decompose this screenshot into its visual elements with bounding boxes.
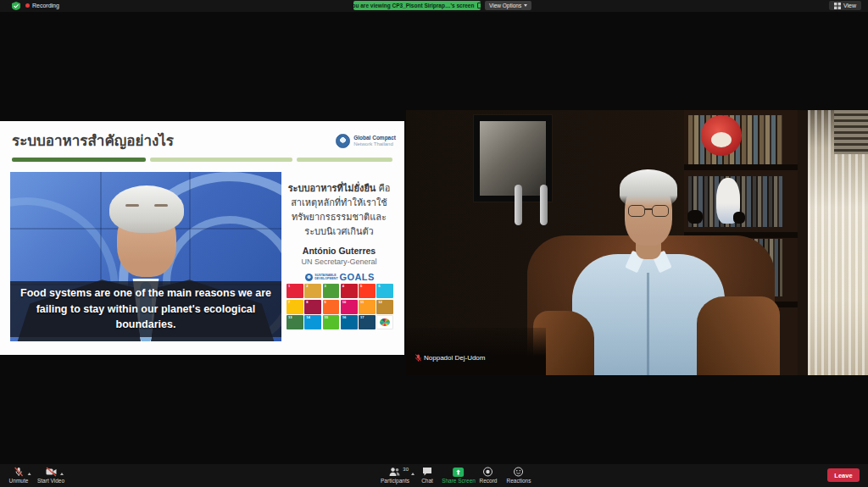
chevron-up-icon[interactable] (411, 473, 415, 475)
logo-name: Global Compact (353, 135, 396, 141)
speaker-glasses (627, 205, 670, 219)
participant-name-tag: Noppadol Dej-Udom (412, 352, 490, 363)
sdg-header: SUSTAINABLE DEVELOPMENT GOALS (287, 272, 393, 282)
participants-count: 30 (403, 467, 409, 472)
global-compact-logo: Global Compact Network Thailand (336, 134, 396, 148)
thai-quote: ระบบอาหารที่ไม่ยั่งยืน คือ สาเหตุหลักที่… (283, 181, 395, 239)
sdg-tile (376, 315, 393, 329)
chair-armrest-right (697, 296, 780, 375)
sdg-tile: 15 (323, 315, 340, 329)
viewing-screen-text: You are viewing CP3_Pisont Siriprap…'s s… (353, 3, 474, 8)
share-screen-icon (453, 468, 465, 477)
encryption-shield-icon[interactable] (12, 2, 20, 10)
shared-screen-slide: ระบบอาหารสำคัญอย่างไร Global Compact Net… (0, 121, 404, 355)
sdg-tile: 4 (341, 284, 358, 298)
unmute-label: Unmute (9, 478, 29, 484)
share-screen-label: Share Screen (442, 478, 476, 484)
sdg-tile: 2 (304, 284, 321, 298)
view-label: View (843, 3, 856, 8)
window-frame (798, 110, 808, 375)
reactions-button[interactable]: Reactions (507, 467, 531, 484)
shirt-placket (647, 273, 649, 375)
guterres-hair (109, 185, 184, 233)
speaker-hair (620, 169, 677, 207)
start-video-button[interactable]: Start Video (37, 467, 64, 484)
participant-name: Noppadol Dej-Udom (424, 354, 485, 362)
unmute-button[interactable]: Unmute (9, 467, 29, 484)
sdg-tile: 5 (359, 284, 376, 298)
sdg-tile: 16 (341, 315, 358, 329)
guterres-video-still: Food systems are one of the main reasons… (10, 172, 281, 341)
grid-view-icon (834, 3, 841, 9)
logo-subname: Network Thailand (353, 141, 396, 147)
quote-author: António Guterres (283, 246, 395, 256)
camera-off-icon (45, 467, 56, 477)
subtitle-caption: Food systems are one of the main reasons… (10, 281, 281, 337)
zoom-meeting-window: Recording You are viewing CP3_Pisont Sir… (0, 0, 868, 487)
sdg-tile: 8 (304, 300, 321, 314)
top-bar: Recording You are viewing CP3_Pisont Sir… (0, 0, 868, 12)
sdg-tile: 13 (287, 315, 303, 329)
recording-dot-icon (25, 3, 30, 8)
smiley-reactions-icon (514, 467, 524, 477)
chat-bubble-icon (422, 467, 432, 477)
guterres-eyebrow (154, 204, 168, 207)
chevron-up-icon[interactable] (60, 473, 64, 475)
sdg-tile: 1 (287, 284, 303, 298)
global-compact-globe-icon (336, 134, 350, 148)
quote-author-role: UN Secretary-General (283, 257, 395, 266)
sdg-tile: 14 (304, 315, 321, 329)
record-icon (483, 467, 493, 477)
thai-quote-bold: ระบบอาหารที่ไม่ยั่งยืน (288, 183, 376, 193)
shelf-board (684, 164, 808, 170)
view-options-button[interactable]: View Options (485, 1, 531, 10)
guterres-eyebrow (125, 204, 139, 207)
participants-label: Participants (381, 478, 409, 484)
red-plush-toy (701, 115, 742, 156)
view-button[interactable]: View (829, 1, 861, 10)
mic-muted-icon (14, 467, 23, 477)
sdg-logo-block: SUSTAINABLE DEVELOPMENT GOALS 1234567891… (287, 272, 393, 329)
meeting-toolbar: Unmute Start Video 30 (0, 464, 868, 487)
sdg-tile: 10 (341, 300, 358, 314)
record-label: Record (480, 478, 498, 484)
sdg-tile: 17 (359, 315, 376, 329)
chevron-down-icon (524, 4, 527, 7)
sdg-tile: 7 (287, 300, 303, 314)
leave-button[interactable]: Leave (827, 468, 860, 482)
participants-icon (390, 467, 401, 477)
slide-title: ระบบอาหารสำคัญอย่างไร (12, 129, 174, 152)
monitor-icon (477, 3, 481, 8)
sdg-tile: 9 (323, 300, 340, 314)
window-blinds (834, 110, 868, 154)
sdg-goals-word: GOALS (340, 272, 375, 282)
chevron-up-icon[interactable] (28, 473, 31, 475)
sdg-tile: 6 (376, 284, 393, 298)
chat-label: Chat (421, 478, 433, 484)
title-divider-dark (12, 158, 146, 162)
muted-mic-icon (415, 354, 421, 362)
shelf-object (687, 210, 703, 224)
participant-video-tile: Noppadol Dej-Udom (406, 110, 868, 375)
view-options-label: View Options (489, 3, 521, 8)
sdg-tile: 3 (323, 284, 340, 298)
chat-button[interactable]: Chat (421, 467, 433, 484)
metal-handle (515, 185, 522, 225)
sdg-grid: 1234567891011121314151617 (287, 284, 393, 329)
sdg-header-line2: DEVELOPMENT (314, 277, 337, 280)
participants-button[interactable]: 30 Participants (381, 467, 409, 484)
recording-indicator: Recording (25, 3, 59, 8)
title-divider-light-2 (297, 158, 392, 162)
metal-handle (540, 185, 548, 225)
title-divider-light-1 (150, 158, 292, 162)
recording-label: Recording (32, 3, 59, 8)
record-button[interactable]: Record (480, 467, 498, 484)
start-video-label: Start Video (37, 478, 64, 484)
sdg-tile: 12 (376, 300, 393, 314)
viewing-screen-banner: You are viewing CP3_Pisont Siriprap…'s s… (353, 1, 481, 10)
shelf-object (733, 212, 745, 224)
share-screen-button[interactable]: Share Screen (442, 467, 476, 484)
foreground-desk-shadow (406, 328, 546, 375)
reactions-label: Reactions (507, 478, 531, 484)
un-globe-icon (305, 274, 313, 281)
